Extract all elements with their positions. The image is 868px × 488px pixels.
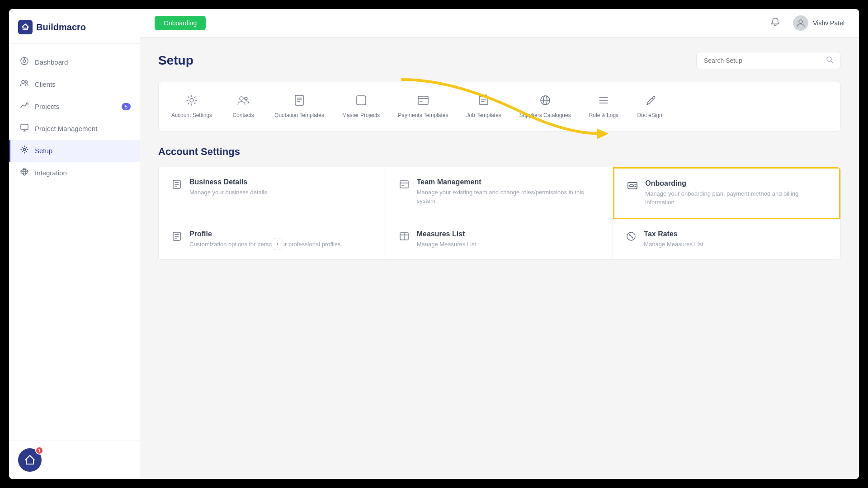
sidebar: Buildmacro Dashboard — [9, 9, 140, 479]
setup-nav-doc-esign[interactable]: Doc eSign — [629, 89, 670, 124]
setup-nav-payments-templates[interactable]: Payments Templates — [391, 89, 455, 124]
onboarding-icon — [627, 180, 638, 194]
setup-title: Setup — [158, 53, 696, 68]
team-management-icon — [399, 179, 410, 192]
svg-point-13 — [799, 20, 802, 23]
section-title: Account Settings — [158, 146, 841, 158]
content-area: ‹ Onboarding — [140, 9, 859, 479]
setup-nav-master-projects[interactable]: Master Projects — [335, 89, 387, 124]
search-icon[interactable] — [826, 56, 833, 65]
setup-page: Setup — [140, 38, 859, 275]
integration-icon — [19, 167, 29, 178]
svg-line-35 — [652, 98, 653, 99]
onboarding-button[interactable]: Onboarding — [155, 16, 206, 30]
business-details-title: Business Details — [189, 178, 267, 186]
sidebar-item-dashboard[interactable]: Dashboard — [9, 51, 140, 73]
sidebar-item-project-management[interactable]: Project Management — [9, 117, 140, 140]
role-logs-icon — [597, 94, 610, 109]
sidebar-logo: Buildmacro — [9, 9, 140, 44]
svg-point-56 — [629, 234, 631, 235]
app-name: Buildmacro — [36, 22, 86, 33]
svg-point-57 — [632, 237, 633, 238]
team-management-desc: Manage your existing team and change rol… — [417, 188, 600, 206]
dashboard-icon — [19, 56, 29, 68]
project-management-icon — [19, 123, 29, 134]
logo-icon — [18, 20, 33, 34]
user-avatar — [793, 15, 808, 31]
setup-header: Setup — [158, 52, 841, 69]
contacts-icon — [237, 94, 250, 109]
sidebar-collapse-button[interactable]: ‹ — [271, 238, 284, 250]
tax-rates-desc: Manage Measures List — [644, 240, 703, 249]
job-templates-icon — [477, 94, 490, 109]
search-setup-input[interactable] — [704, 57, 822, 64]
account-settings-label: Account Settings — [171, 112, 212, 119]
sidebar-item-setup-label: Setup — [35, 147, 52, 155]
topbar: Onboarding — [140, 9, 859, 38]
card-tax-rates[interactable]: Tax Rates Manage Measures List — [613, 219, 840, 260]
app-avatar[interactable]: 1 — [18, 448, 42, 472]
svg-line-15 — [831, 61, 833, 63]
measures-list-desc: Manage Measures List — [417, 240, 476, 249]
business-details-icon — [171, 179, 182, 192]
notification-bell[interactable] — [770, 17, 780, 29]
sidebar-item-projects-label: Projects — [35, 103, 59, 110]
profile-icon — [171, 231, 182, 244]
sidebar-bottom: 1 — [9, 441, 140, 479]
measures-list-title: Measures List — [417, 230, 476, 238]
user-name: Vishv Patel — [813, 19, 844, 27]
search-setup-container[interactable] — [696, 52, 841, 69]
card-onboarding[interactable]: Onboarding Manage your onboarding plan, … — [613, 167, 840, 219]
svg-point-4 — [22, 80, 24, 83]
svg-rect-23 — [357, 96, 366, 105]
master-projects-icon — [355, 94, 368, 109]
sidebar-item-clients-label: Clients — [35, 80, 56, 88]
setup-nav-quotation-templates[interactable]: Quotation Templates — [267, 89, 331, 124]
job-templates-nav-label: Job Templates — [466, 112, 501, 119]
payments-templates-nav-label: Payments Templates — [398, 112, 448, 119]
sidebar-item-setup[interactable]: Setup — [9, 140, 140, 162]
doc-esign-nav-label: Doc eSign — [637, 112, 662, 119]
setup-icon — [19, 145, 29, 156]
svg-point-16 — [190, 99, 193, 102]
user-info[interactable]: Vishv Patel — [793, 15, 844, 31]
projects-badge: 5 — [122, 103, 131, 110]
profile-title: Profile — [189, 230, 342, 238]
svg-rect-24 — [418, 96, 428, 104]
svg-point-17 — [240, 97, 243, 100]
measures-list-icon — [399, 231, 410, 244]
setup-nav-account-settings[interactable]: Account Settings — [164, 89, 219, 124]
sidebar-nav: Dashboard Clients — [9, 44, 140, 441]
card-team-management[interactable]: Team Management Manage your existing tea… — [386, 167, 613, 219]
business-details-desc: Manage your business details — [189, 188, 267, 197]
svg-rect-43 — [628, 183, 637, 189]
sidebar-item-project-management-label: Project Management — [35, 125, 97, 132]
master-projects-nav-label: Master Projects — [342, 112, 380, 119]
svg-rect-44 — [630, 185, 633, 187]
svg-point-9 — [24, 149, 26, 151]
setup-nav: Account Settings Con — [158, 82, 841, 131]
card-business-details[interactable]: Business Details Manage your business de… — [159, 167, 386, 219]
sidebar-item-clients[interactable]: Clients — [9, 73, 140, 95]
setup-nav-role-logs[interactable]: Role & Logs — [582, 89, 626, 124]
contacts-nav-label: Contacts — [232, 112, 254, 119]
tax-rates-title: Tax Rates — [644, 230, 703, 238]
avatar-notification-badge: 1 — [35, 446, 43, 455]
profile-desc: Customization options for personal or pr… — [189, 240, 342, 249]
svg-point-18 — [245, 97, 247, 100]
clients-icon — [19, 79, 29, 90]
card-profile[interactable]: Profile Customization options for person… — [159, 219, 386, 260]
projects-icon — [19, 101, 29, 112]
card-measures-list[interactable]: Measures List Manage Measures List — [386, 219, 613, 260]
onboarding-card-desc: Manage your onboarding plan, payment met… — [645, 189, 826, 207]
sidebar-item-integration-label: Integration — [35, 169, 67, 177]
setup-nav-contacts[interactable]: Contacts — [223, 89, 264, 124]
sidebar-item-projects[interactable]: Projects 5 — [9, 95, 140, 117]
quotation-templates-icon — [293, 94, 306, 109]
team-management-title: Team Management — [417, 178, 600, 186]
setup-nav-job-templates[interactable]: Job Templates — [459, 89, 508, 124]
sidebar-item-integration[interactable]: Integration — [9, 162, 140, 184]
quotation-templates-nav-label: Quotation Templates — [274, 112, 324, 119]
suppliers-catalogues-nav-label: Suppliers Catalogues — [519, 112, 571, 119]
setup-nav-suppliers-catalogues[interactable]: Suppliers Catalogues — [512, 89, 578, 124]
